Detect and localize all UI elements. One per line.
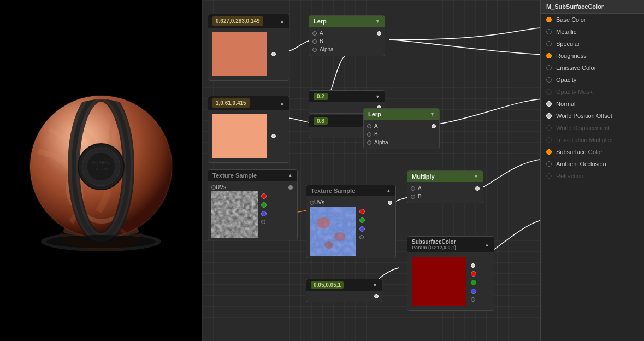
pin-specular[interactable]: Specular <box>541 38 644 50</box>
subsurface-header: SubsurfaceColor Param (0.212,0,0,1) ▲ <box>407 237 494 252</box>
lerp-1-out-port[interactable] <box>377 31 381 36</box>
output-port-g2[interactable] <box>359 217 365 223</box>
pin-metallic[interactable]: Metallic <box>541 26 644 38</box>
lerp-1-alpha-port[interactable] <box>312 48 317 52</box>
sub-out-a[interactable] <box>471 297 475 302</box>
pin-roughness-label: Roughness <box>556 52 587 59</box>
material-header: M_SubSurfaceColor <box>541 0 644 14</box>
pin-refraction-dot <box>546 173 552 179</box>
multiply-header: Multiply ▼ <box>407 171 483 182</box>
lerp-node-1[interactable]: Lerp ▼ A B Alpha <box>309 15 385 56</box>
collapse-btn-lerp2[interactable]: ▼ <box>430 111 435 117</box>
pin-emissive-label: Emissive Color <box>556 64 596 71</box>
multiply-b-port[interactable] <box>411 195 415 199</box>
pin-opacity-mask: Opacity Mask <box>541 86 644 98</box>
subsurface-body <box>407 252 494 310</box>
viewport-panel: UNREAL ENGINE <box>0 0 202 341</box>
pin-world-displacement-label: World Displacement <box>556 125 610 131</box>
collapse-btn-v005[interactable]: ▼ <box>373 283 377 288</box>
tex-sample-1-body: UVs <box>208 181 297 240</box>
lerp-2-out-port[interactable] <box>432 124 436 128</box>
pin-ao[interactable]: Ambient Occlusion <box>541 158 644 170</box>
svg-point-18 <box>317 217 330 228</box>
pin-ao-dot <box>546 161 552 167</box>
lerp-1-a-label: A <box>320 30 374 36</box>
pin-refraction: Refraction <box>541 170 644 182</box>
lerp-1-a-port[interactable] <box>312 31 317 36</box>
output-port-r[interactable] <box>261 193 267 199</box>
pin-world-position-dot <box>546 113 552 119</box>
value-005-out-port[interactable] <box>374 294 379 298</box>
collapse-btn-2[interactable]: ▲ <box>280 101 285 106</box>
pin-opacity-mask-label: Opacity Mask <box>556 89 593 95</box>
pin-emissive[interactable]: Emissive Color <box>541 62 644 74</box>
collapse-btn-mul[interactable]: ▼ <box>474 174 478 179</box>
sub-out-port[interactable] <box>471 263 475 268</box>
multiply-a-row: A <box>407 184 483 192</box>
lerp-2-alpha-port[interactable] <box>367 140 371 145</box>
color-node-2[interactable]: 1,0.61,0.415 ▲ <box>208 96 289 163</box>
out-port-2[interactable] <box>388 201 392 205</box>
lerp-2-body: A B Alpha <box>364 120 439 149</box>
lerp-2-b-row: B <box>364 130 439 138</box>
output-port-g[interactable] <box>261 202 267 208</box>
lerp-2-a-port[interactable] <box>367 124 371 128</box>
uvs-port-2[interactable] <box>310 201 314 205</box>
pin-opacity[interactable]: Opacity <box>541 74 644 86</box>
uvs-port-1[interactable] <box>211 185 216 190</box>
sub-out-g[interactable] <box>471 280 476 285</box>
svg-rect-17 <box>310 207 356 256</box>
pin-normal[interactable]: Normal <box>541 98 644 110</box>
collapse-btn-1[interactable]: ▲ <box>280 19 285 24</box>
output-port-a2[interactable] <box>359 235 364 239</box>
multiply-node[interactable]: Multiply ▼ A B <box>407 170 483 203</box>
lerp-1-alpha-label: Alpha <box>320 46 381 52</box>
lerp-2-b-port[interactable] <box>367 132 371 137</box>
value-005-node[interactable]: 0.05,0.05,1 ▼ <box>306 279 382 302</box>
pin-ao-label: Ambient Occlusion <box>556 161 606 167</box>
lerp-2-a-row: A <box>364 122 439 130</box>
lerp-node-2[interactable]: Lerp ▼ A B Alpha <box>363 108 440 149</box>
pin-base-color[interactable]: Base Color <box>541 14 644 26</box>
collapse-btn-tex1[interactable]: ▲ <box>288 173 293 178</box>
output-port-1[interactable] <box>271 52 276 56</box>
collapse-btn-lerp1[interactable]: ▼ <box>375 19 380 24</box>
subsurface-swatch <box>412 257 466 306</box>
texture-sample-1[interactable]: Texture Sample ▲ UVs <box>208 169 298 240</box>
pin-subsurface-label: Subsurface Color <box>556 149 602 155</box>
collapse-btn-sub[interactable]: ▲ <box>485 242 489 248</box>
pin-tessellation-dot <box>546 137 552 143</box>
pin-subsurface[interactable]: Subsurface Color <box>541 146 644 158</box>
output-port-a[interactable] <box>261 220 265 224</box>
lerp-2-b-label: B <box>374 131 436 137</box>
lerp-1-b-port[interactable] <box>312 39 317 44</box>
output-port-b2[interactable] <box>359 226 365 232</box>
material-panel: M_SubSurfaceColor Base Color Metallic Sp… <box>540 0 644 341</box>
pin-world-position[interactable]: World Position Offset <box>541 110 644 122</box>
collapse-btn-v02[interactable]: ▼ <box>375 94 380 99</box>
out-port-1[interactable] <box>288 185 293 190</box>
output-port-b[interactable] <box>261 211 267 216</box>
multiply-a-port[interactable] <box>411 186 415 191</box>
tex-uvs-row-1: UVs <box>208 183 297 191</box>
subsurface-node[interactable]: SubsurfaceColor Param (0.212,0,0,1) ▲ <box>407 236 494 311</box>
sub-out-b[interactable] <box>471 289 476 294</box>
lerp-1-body: A B Alpha <box>309 27 385 56</box>
multiply-a-label: A <box>418 185 472 191</box>
sub-out-r[interactable] <box>471 271 476 277</box>
pin-roughness[interactable]: Roughness <box>541 50 644 62</box>
pin-emissive-dot <box>546 65 552 70</box>
color-swatch-2 <box>212 114 267 158</box>
texture-sample-2[interactable]: Texture Sample ▲ UVs <box>306 185 396 258</box>
lerp-2-header: Lerp ▼ <box>364 109 439 120</box>
color-node-1[interactable]: 0.627,0.283,0.149 ▲ <box>208 14 289 81</box>
pin-tessellation-label: Tessellation Multiplier <box>556 137 613 143</box>
output-port-r2[interactable] <box>359 209 365 214</box>
pin-metallic-dot <box>546 29 552 34</box>
sphere-preview: UNREAL ENGINE <box>5 5 197 336</box>
output-port-2[interactable] <box>271 134 276 138</box>
lerp-2-a-label: A <box>374 123 429 129</box>
collapse-btn-tex2[interactable]: ▲ <box>386 188 391 193</box>
svg-point-13 <box>46 235 156 248</box>
multiply-out-port[interactable] <box>475 186 480 191</box>
